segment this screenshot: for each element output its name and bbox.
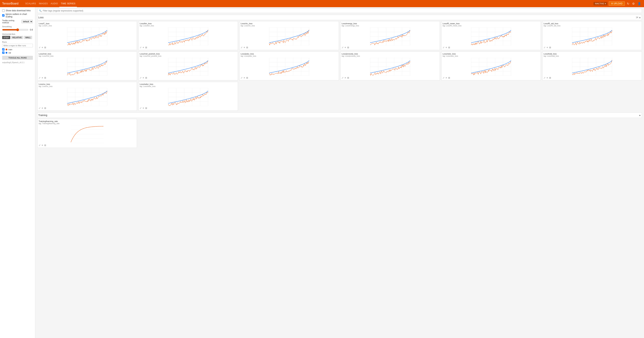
chart-control-icon[interactable]: ⤢: [39, 76, 40, 79]
run-val-checkbox[interactable]: [2, 51, 4, 54]
chart-control-icon[interactable]: ⊞: [145, 46, 147, 49]
sidebar: Show data download links Ignore outliers…: [0, 7, 35, 338]
user-button[interactable]: 👤: [637, 1, 642, 6]
chart-tag: tag: Loss/pdur_loss: [240, 55, 338, 57]
main-content: 🔍 Loss 14 ▲ Loss/C_losstag: Loss/C_loss⤢…: [35, 7, 644, 338]
chart-control-icon[interactable]: ⤢: [240, 76, 242, 79]
chart-control-icon[interactable]: ⤢: [342, 46, 344, 49]
nav-item-images[interactable]: IMAGES: [38, 0, 49, 7]
chart-tag: tag: Loss/prosody_loss: [342, 55, 438, 57]
chart-title: Loss/pdur_loss: [240, 53, 338, 55]
chart-control-icon[interactable]: ⊞: [347, 46, 349, 49]
run-train-label: train: [8, 48, 12, 51]
chart-control-icon[interactable]: ≡: [345, 76, 346, 79]
nav-item-time_series[interactable]: TIME SERIES: [59, 0, 77, 7]
chart-control-icon[interactable]: ≡: [42, 46, 43, 49]
chart-control-icon[interactable]: ⤢: [140, 107, 142, 109]
chart-control-icon[interactable]: ≡: [143, 46, 144, 49]
axis-step-button[interactable]: STEP: [2, 36, 10, 39]
upload-button[interactable]: ⬆ UPLOAD: [609, 1, 625, 6]
tooltip-label: Tooltip sorting method:: [2, 19, 20, 24]
chart-control-icon[interactable]: ≡: [42, 107, 43, 109]
chart-control-icon[interactable]: ⊞: [549, 46, 551, 49]
chart-control-icon[interactable]: ⊞: [549, 76, 551, 79]
chart-control-icon[interactable]: ⤢: [442, 46, 444, 49]
chart-control-icon[interactable]: ⊞: [448, 76, 450, 79]
chart-control-icon[interactable]: ≡: [546, 46, 548, 49]
chart-control-icon[interactable]: ≡: [546, 76, 548, 79]
chart-control-icon[interactable]: ⤢: [39, 107, 40, 109]
inactive-badge[interactable]: INACTIVE ▾: [594, 2, 607, 5]
nav-item-scalars[interactable]: SCALARS: [24, 0, 38, 7]
chart-title: Loss/sdur_loss: [442, 53, 540, 55]
smoothing-slider[interactable]: [2, 28, 28, 31]
chart-control-icon[interactable]: ⊞: [44, 76, 46, 79]
ignore-outliers-label[interactable]: Ignore outliers in chart scaling: [6, 13, 33, 18]
chart-title: Loss/mel_postnet_loss: [140, 53, 237, 55]
chart-control-icon[interactable]: ≡: [143, 107, 144, 109]
chart-control-icon[interactable]: ⤢: [240, 46, 242, 49]
chart-control-icon[interactable]: ⊞: [347, 76, 349, 79]
chart-control-icon[interactable]: ≡: [244, 46, 245, 49]
chart-control-icon[interactable]: ⤢: [544, 46, 546, 49]
chart-area: [544, 27, 640, 45]
chart-control-icon[interactable]: ≡: [446, 46, 447, 49]
chart-control-icon[interactable]: ⊞: [44, 107, 46, 109]
chart-control-icon[interactable]: ⊞: [145, 76, 147, 79]
refresh-button[interactable]: ↻: [626, 1, 630, 6]
horizontal-axis-section: Horizontal Axis STEP RELATIVE WALL: [2, 33, 33, 39]
tooltip-row: Tooltip sorting method: default: [2, 19, 33, 24]
chart-control-icon[interactable]: ≡: [143, 76, 144, 79]
chart-title: Training/learning_rate: [39, 120, 136, 122]
run-train-checkbox[interactable]: [2, 48, 4, 51]
show-data-links-checkbox[interactable]: [2, 9, 5, 12]
chart-control-icon[interactable]: ⤢: [342, 76, 344, 79]
show-data-links-label[interactable]: Show data download links: [6, 9, 31, 12]
loss-chart-card-8: Loss/pdur_losstag: Loss/pdur_loss⤢≡⊞: [239, 51, 339, 80]
chart-area: [544, 58, 640, 76]
run-val-label: val: [8, 52, 11, 54]
filter-input[interactable]: [43, 9, 640, 12]
nav: SCALARSIMAGESAUDIOTIME SERIES: [24, 0, 77, 7]
chart-area: [39, 27, 136, 45]
ignore-outliers-checkbox[interactable]: [2, 14, 4, 17]
axis-relative-button[interactable]: RELATIVE: [11, 36, 23, 39]
loss-section-header[interactable]: Loss 14 ▲: [38, 15, 642, 20]
chart-area: [39, 125, 136, 143]
chart-control-icon[interactable]: ≡: [345, 46, 346, 49]
chart-control-icon[interactable]: ⊞: [44, 46, 46, 49]
chart-control-icon[interactable]: ⤢: [544, 76, 546, 79]
chart-control-icon[interactable]: ⊞: [44, 144, 46, 147]
chart-title: Loss/mel_loss: [39, 53, 136, 55]
chart-control-icon[interactable]: ≡: [42, 76, 43, 79]
chart-area: [342, 27, 438, 45]
chart-control-icon[interactable]: ⤢: [140, 46, 142, 49]
training-section-header[interactable]: Training ▲: [38, 113, 642, 118]
brand-logo: TensorBoard: [2, 2, 18, 5]
runs-filter-input[interactable]: [2, 44, 33, 47]
axis-wall-button[interactable]: WALL: [24, 36, 32, 39]
chart-control-icon[interactable]: ≡: [42, 144, 43, 147]
loss-chart-card-9: Loss/prosody_losstag: Loss/prosody_loss⤢…: [340, 51, 440, 80]
nav-item-audio[interactable]: AUDIO: [49, 0, 60, 7]
chart-control-icon[interactable]: ⤢: [39, 46, 40, 49]
chart-control-icon[interactable]: ≡: [446, 76, 447, 79]
chart-title: Loss/bin_loss: [140, 22, 237, 24]
chart-control-icon[interactable]: ⤢: [442, 76, 444, 79]
chart-control-icon[interactable]: ⊞: [448, 46, 450, 49]
settings-button[interactable]: ⚙: [632, 1, 636, 6]
chart-control-icon[interactable]: ⤢: [39, 144, 40, 147]
chart-controls: ⤢≡⊞: [544, 76, 640, 79]
runs-label: Runs: [2, 41, 33, 43]
chart-tag: tag: Loss/sdur_loss: [442, 55, 540, 57]
chart-control-icon[interactable]: ⊞: [246, 76, 248, 79]
chart-area: [140, 27, 237, 45]
chart-control-icon[interactable]: ⊞: [145, 107, 147, 109]
show-data-links-row: Show data download links: [2, 9, 33, 12]
chart-control-icon[interactable]: ⤢: [140, 76, 142, 79]
chart-control-icon[interactable]: ⊞: [246, 46, 248, 49]
loss-section-title: Loss: [38, 16, 44, 19]
toggle-all-runs-button[interactable]: TOGGLE ALL RUNS: [2, 56, 33, 60]
tooltip-select[interactable]: default: [22, 20, 33, 23]
chart-control-icon[interactable]: ≡: [244, 76, 245, 79]
